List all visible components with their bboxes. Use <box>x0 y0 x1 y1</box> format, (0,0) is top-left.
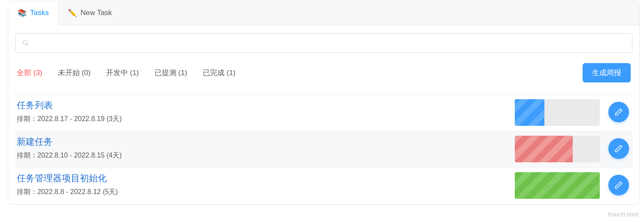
books-icon: 📚 <box>18 9 27 18</box>
filter-item-3[interactable]: 已提测 (1) <box>155 68 188 78</box>
edit-button[interactable] <box>608 175 629 195</box>
pencil-icon <box>614 144 623 153</box>
filter-item-4[interactable]: 已完成 (1) <box>203 68 236 78</box>
search-wrap <box>15 33 632 53</box>
progress-fill <box>515 172 600 199</box>
filter-list: 全部 (3)未开始 (0)开发中 (1)已提测 (1)已完成 (1) <box>15 68 236 78</box>
progress-bar <box>515 136 600 162</box>
tab-tasks[interactable]: 📚 Tasks <box>8 1 58 25</box>
tab-new-task[interactable]: ✏️ New Task <box>58 1 122 25</box>
filter-item-0[interactable]: 全部 (3) <box>17 68 43 78</box>
search-input[interactable] <box>15 33 632 53</box>
task-info: 新建任务排期：2022.8.10 - 2022.8.15 (4天) <box>17 136 510 162</box>
progress-bar <box>515 172 600 199</box>
edit-button[interactable] <box>608 102 629 122</box>
task-row: 新建任务排期：2022.8.10 - 2022.8.15 (4天) <box>15 131 632 167</box>
pencil-icon <box>614 108 623 116</box>
task-schedule: 排期：2022.8.17 - 2022.8.19 (3天) <box>17 115 510 124</box>
progress-bar <box>515 99 600 126</box>
task-list: 任务列表排期：2022.8.17 - 2022.8.19 (3天)新建任务排期：… <box>15 94 632 204</box>
progress-fill <box>515 99 544 126</box>
tab-bar: 📚 Tasks ✏️ New Task <box>8 1 639 25</box>
task-info: 任务列表排期：2022.8.17 - 2022.8.19 (3天) <box>17 99 510 126</box>
progress-wrap <box>515 136 600 162</box>
task-info: 任务管理器项目初始化排期：2022.8.8 - 2022.8.12 (5天) <box>17 172 510 199</box>
pencil-icon: ✏️ <box>68 9 77 18</box>
progress-fill <box>515 136 573 162</box>
app-frame: 📚 Tasks ✏️ New Task 全部 (3)未开始 (0)开发中 (1)… <box>8 1 640 205</box>
edit-button[interactable] <box>608 138 629 159</box>
filter-item-1[interactable]: 未开始 (0) <box>58 68 91 78</box>
task-title[interactable]: 新建任务 <box>17 136 510 148</box>
generate-report-button[interactable]: 生成周报 <box>583 63 631 82</box>
task-schedule: 排期：2022.8.10 - 2022.8.15 (4天) <box>17 151 510 160</box>
task-schedule: 排期：2022.8.8 - 2022.8.12 (5天) <box>17 188 510 197</box>
task-row: 任务列表排期：2022.8.17 - 2022.8.19 (3天) <box>15 94 632 131</box>
progress-wrap <box>515 99 600 126</box>
task-title[interactable]: 任务管理器项目初始化 <box>17 172 510 184</box>
tab-label: New Task <box>80 9 112 17</box>
task-title[interactable]: 任务列表 <box>17 99 510 111</box>
filter-row: 全部 (3)未开始 (0)开发中 (1)已提测 (1)已完成 (1) 生成周报 <box>15 63 632 82</box>
pencil-icon <box>614 181 623 189</box>
filter-item-2[interactable]: 开发中 (1) <box>106 68 139 78</box>
content-area: 全部 (3)未开始 (0)开发中 (1)已提测 (1)已完成 (1) 生成周报 … <box>8 25 639 204</box>
watermark: Yuucn.com <box>607 210 639 218</box>
progress-wrap <box>515 172 600 199</box>
tab-label: Tasks <box>30 9 49 17</box>
task-row: 任务管理器项目初始化排期：2022.8.8 - 2022.8.12 (5天) <box>15 167 632 204</box>
